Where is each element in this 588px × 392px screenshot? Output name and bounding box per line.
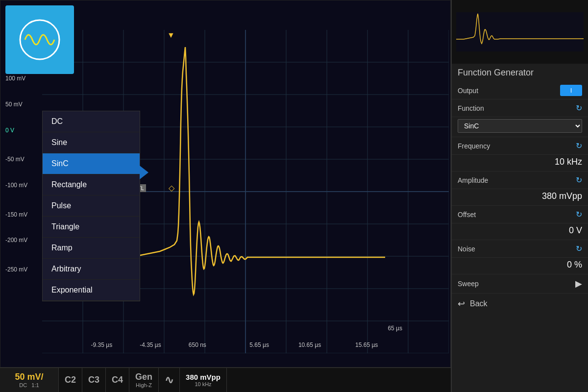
- offset-control-row: Offset ↻: [452, 206, 588, 223]
- menu-item-ramp[interactable]: Ramp: [43, 238, 140, 259]
- gen-frequency: 10 kHz: [195, 381, 211, 387]
- offset-value-row: 0 V: [452, 223, 588, 240]
- y-label-neg100mv: -100 mV: [5, 182, 27, 189]
- status-gen: Gen High-Z: [129, 368, 159, 392]
- status-c4: C4: [106, 368, 129, 392]
- y-label-neg250mv: -250 mV: [5, 266, 27, 273]
- offset-label: Offset: [458, 211, 476, 219]
- frequency-label: Frequency: [458, 142, 490, 150]
- amplitude-value: 380 mVpp: [458, 191, 582, 201]
- c3-label: C3: [88, 375, 99, 385]
- back-icon: ↩: [458, 298, 465, 309]
- output-control-row: Output I: [452, 82, 588, 99]
- function-dropdown-row: SinC DC Sine Rectangle Pulse Triangle Ra…: [452, 117, 588, 137]
- menu-item-dc[interactable]: DC: [43, 111, 140, 132]
- frequency-control-row: Frequency ↻: [452, 137, 588, 155]
- menu-item-arbitrary[interactable]: Arbitrary: [43, 259, 140, 280]
- noise-control-row: Noise ↻: [452, 240, 588, 258]
- menu-selection-arrow: [140, 166, 148, 179]
- frequency-value: 10 kHz: [458, 157, 582, 167]
- back-row[interactable]: ↩ Back: [452, 294, 588, 314]
- status-ch1: 50 mV/ DC 1:1: [0, 368, 59, 392]
- ch1-coupling: DC 1:1: [19, 382, 39, 388]
- function-label: Function: [458, 104, 484, 112]
- menu-item-sine[interactable]: Sine: [43, 132, 140, 153]
- c2-label: C2: [65, 375, 76, 385]
- function-control-row: Function ↻: [452, 99, 588, 117]
- output-toggle-button[interactable]: I: [560, 85, 582, 96]
- status-amplitude: 380 mVpp 10 kHz: [180, 368, 227, 392]
- y-label-neg150mv: -150 mV: [5, 211, 27, 218]
- back-label: Back: [470, 299, 488, 308]
- gen-impedance: High-Z: [136, 382, 152, 388]
- noise-value: 0 %: [458, 260, 582, 270]
- noise-value-row: 0 %: [452, 258, 588, 274]
- y-label-100mv: 100 mV: [5, 75, 25, 82]
- trigger-marker: ▼: [167, 31, 175, 40]
- ch1-scale: 50 mV/: [15, 372, 43, 382]
- amplitude-control-row: Amplitude ↻: [452, 172, 588, 189]
- status-bar: 50 mV/ DC 1:1 C2 C3 C4 Gen High-Z ∿ 380 …: [0, 368, 451, 392]
- menu-item-exponential[interactable]: Exponential: [43, 280, 140, 301]
- amplitude-refresh-icon[interactable]: ↻: [576, 175, 582, 185]
- sweep-label: Sweep: [458, 280, 479, 288]
- gen-amplitude: 380 mVpp: [186, 373, 220, 381]
- noise-refresh-icon[interactable]: ↻: [576, 244, 582, 253]
- oscilloscope-screen: 150 mV 100 mV 50 mV 0 V -50 mV -100 mV -…: [0, 0, 451, 368]
- frequency-value-row: 10 kHz: [452, 155, 588, 172]
- y-label-neg50mv: -50 mV: [5, 156, 24, 163]
- amplitude-label: Amplitude: [458, 176, 488, 184]
- menu-item-pulse[interactable]: Pulse: [43, 196, 140, 217]
- crosshair-marker: ◇: [169, 183, 174, 193]
- y-label-50mv: 50 mV: [5, 101, 23, 108]
- function-select[interactable]: SinC DC Sine Rectangle Pulse Triangle Ra…: [458, 119, 582, 133]
- status-waveform-icon: ∿: [159, 368, 180, 392]
- fg-preview-waveform: [456, 12, 584, 51]
- sweep-row[interactable]: Sweep ▶: [452, 274, 588, 294]
- noise-label: Noise: [458, 245, 475, 253]
- menu-item-triangle[interactable]: Triangle: [43, 217, 140, 238]
- sweep-arrow-icon: ▶: [575, 278, 582, 289]
- waveform-symbol: ∿: [165, 374, 173, 387]
- app-logo: [5, 5, 74, 74]
- function-dropdown-menu[interactable]: DC Sine SinC Rectangle Pulse Triangle Ra…: [42, 111, 140, 301]
- fg-title: Function Generator: [452, 64, 588, 82]
- y-axis-labels: 150 mV 100 mV 50 mV 0 V -50 mV -100 mV -…: [3, 30, 42, 353]
- output-label: Output: [458, 87, 478, 95]
- menu-item-rectangle[interactable]: Rectangle: [43, 174, 140, 196]
- offset-refresh-icon[interactable]: ↻: [576, 210, 582, 219]
- y-label-neg200mv: -200 mV: [5, 237, 27, 244]
- y-label-0v: 0 V: [5, 127, 14, 134]
- c4-label: C4: [112, 375, 123, 385]
- fg-preview: [452, 0, 588, 64]
- status-c3: C3: [82, 368, 106, 392]
- status-c2: C2: [59, 368, 82, 392]
- amplitude-value-row: 380 mVpp: [452, 189, 588, 206]
- menu-item-sinc[interactable]: SinC: [43, 153, 140, 174]
- frequency-refresh-icon[interactable]: ↻: [576, 141, 582, 150]
- fg-title-text: Function Generator: [458, 68, 534, 77]
- function-refresh-icon[interactable]: ↻: [576, 103, 582, 113]
- offset-value: 0 V: [458, 225, 582, 236]
- right-panel: Function Generator Output I Function ↻ S…: [451, 0, 588, 392]
- gen-label: Gen: [135, 372, 152, 382]
- x-label-end: 65 µs: [388, 325, 402, 332]
